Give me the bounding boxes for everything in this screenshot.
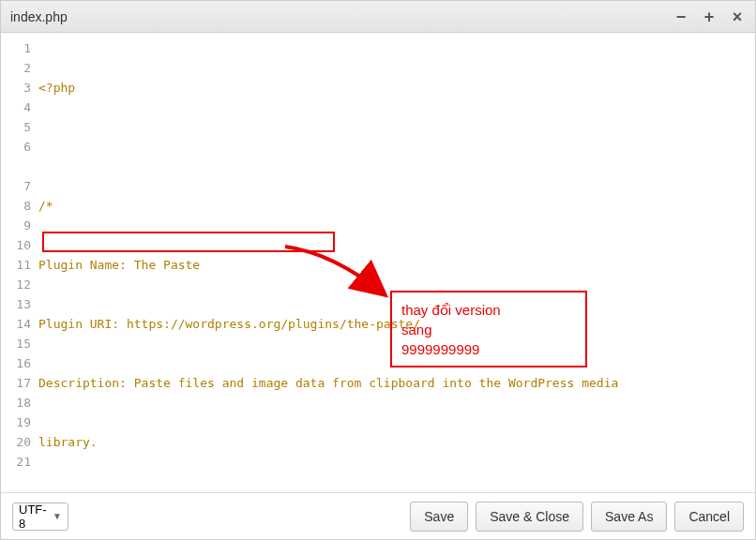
minimize-button[interactable]: − bbox=[673, 8, 689, 25]
line-number: 10 bbox=[1, 235, 31, 255]
line-number: 18 bbox=[1, 393, 31, 412]
line-number: 3 bbox=[1, 78, 31, 98]
line-number: 14 bbox=[1, 314, 31, 334]
annotation-text: 9999999999 bbox=[401, 339, 576, 359]
line-number: 12 bbox=[1, 275, 31, 294]
code-text: <?php bbox=[38, 81, 75, 95]
line-number bbox=[1, 157, 31, 176]
code-text: library. bbox=[38, 432, 755, 452]
code-text: Description: Paste files and image data … bbox=[38, 373, 755, 393]
line-number: 15 bbox=[1, 334, 31, 353]
close-button[interactable]: × bbox=[729, 8, 746, 25]
window-controls: − + × bbox=[673, 8, 746, 25]
maximize-button[interactable]: + bbox=[701, 8, 718, 25]
encoding-select[interactable]: UTF-8 ▼ bbox=[12, 502, 68, 531]
line-number: 11 bbox=[1, 255, 31, 275]
save-button[interactable]: Save bbox=[410, 502, 468, 532]
line-number: 9 bbox=[1, 216, 31, 235]
save-as-button[interactable]: Save As bbox=[591, 502, 667, 532]
code-text: Author: Jörn Lund bbox=[38, 491, 755, 492]
line-number: 1 bbox=[1, 38, 31, 58]
annotation-text: sang bbox=[401, 320, 576, 339]
code-text: /* bbox=[38, 196, 755, 216]
line-number: 17 bbox=[1, 373, 31, 393]
line-number: 6 bbox=[1, 137, 31, 157]
code-editor[interactable]: 1 2 3 4 5 6 7 8 9 10 11 12 13 14 15 16 1… bbox=[1, 33, 755, 492]
line-number: 2 bbox=[1, 58, 31, 78]
line-number-gutter: 1 2 3 4 5 6 7 8 9 10 11 12 13 14 15 16 1… bbox=[1, 38, 38, 492]
line-number: 5 bbox=[1, 117, 31, 137]
line-number: 21 bbox=[1, 452, 31, 472]
line-number: 19 bbox=[1, 412, 31, 432]
titlebar: index.php − + × bbox=[1, 1, 755, 33]
annotation-text: thay đổi version bbox=[401, 300, 576, 320]
line-number: 7 bbox=[1, 176, 31, 196]
code-content[interactable]: <?php /* Plugin Name: The Paste Plugin U… bbox=[38, 38, 755, 492]
cancel-button[interactable]: Cancel bbox=[674, 502, 744, 532]
line-number: 4 bbox=[1, 98, 31, 117]
code-text bbox=[38, 137, 755, 157]
code-text: Plugin Name: The Paste bbox=[38, 255, 755, 275]
save-close-button[interactable]: Save & Close bbox=[476, 502, 583, 532]
line-number: 8 bbox=[1, 196, 31, 216]
line-number: 16 bbox=[1, 353, 31, 373]
annotation-callout: thay đổi version sang 9999999999 bbox=[390, 291, 587, 368]
footer-toolbar: UTF-8 ▼ Save Save & Close Save As Cancel bbox=[1, 492, 755, 539]
chevron-down-icon: ▼ bbox=[53, 511, 62, 521]
window-title: index.php bbox=[10, 9, 673, 24]
line-number: 13 bbox=[1, 294, 31, 314]
encoding-value: UTF-8 bbox=[19, 502, 53, 531]
line-number: 20 bbox=[1, 432, 31, 452]
